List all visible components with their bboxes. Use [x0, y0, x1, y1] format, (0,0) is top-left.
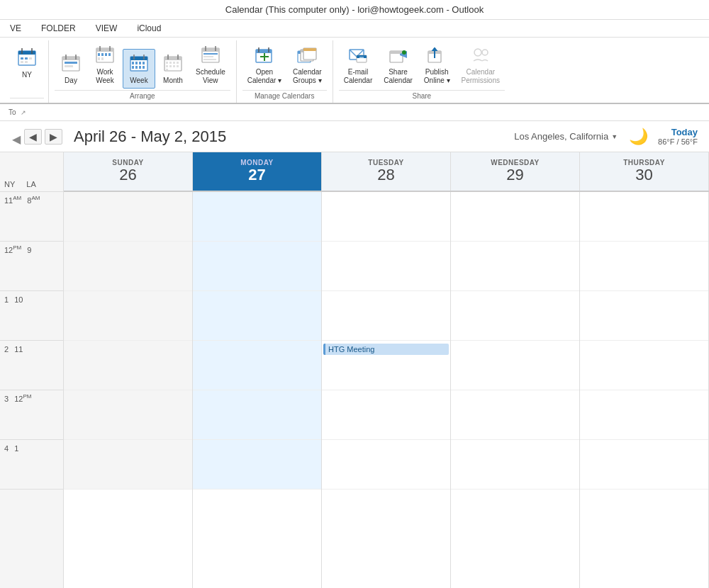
svg-rect-26: [130, 57, 147, 60]
time-column: NY LA 11AM 8AM 12PM 9 1 10 2 11 3 12PM 4…: [0, 152, 64, 588]
day-cell[interactable]: [580, 341, 708, 390]
event-htgmeeting[interactable]: HTG Meeting: [323, 344, 449, 355]
next7days-icon: [16, 47, 38, 69]
days-header: SUNDAY 26 MONDAY 27 TUESDAY 28 WEDNESDAY…: [64, 152, 709, 192]
calendargroups-button[interactable]: CalendarGroups ▾: [288, 40, 327, 89]
day-cell[interactable]: [193, 291, 321, 341]
time-la: 1: [14, 443, 18, 453]
next7days-button[interactable]: NY: [10, 43, 44, 83]
day-header-tuesday[interactable]: TUESDAY 28: [322, 152, 451, 191]
day-cell[interactable]: [64, 390, 192, 440]
menu-folder[interactable]: FOLDER: [37, 21, 80, 35]
calendarpermissions-icon: [469, 44, 492, 67]
day-cell[interactable]: [64, 192, 192, 242]
svg-rect-34: [135, 66, 138, 69]
ribbon-section-arrange: Day Work: [49, 40, 237, 103]
nav-launcher[interactable]: ↗: [21, 109, 26, 116]
day-cell[interactable]: [451, 440, 579, 490]
day-header-wednesday[interactable]: WEDNESDAY 29: [451, 152, 580, 191]
today-label[interactable]: Today: [658, 127, 698, 137]
ribbon-section-label-next: [10, 98, 44, 103]
day-cell[interactable]: [451, 390, 579, 440]
svg-rect-43: [173, 62, 175, 64]
svg-rect-8: [25, 61, 28, 63]
weather-widget: 🌙 Today 86°F / 56°F: [629, 127, 698, 146]
day-cell[interactable]: [580, 242, 708, 291]
day-col-monday: [193, 192, 322, 588]
day-cell[interactable]: [580, 440, 708, 490]
opencalendar-button[interactable]: OpenCalendar ▾: [242, 40, 286, 89]
day-cell[interactable]: [193, 242, 321, 291]
ribbon: NY Day: [0, 38, 709, 104]
menu-ve[interactable]: VE: [6, 21, 26, 35]
day-cell[interactable]: [580, 291, 708, 341]
time-ny: 11AM: [4, 195, 21, 205]
days-area: SUNDAY 26 MONDAY 27 TUESDAY 28 WEDNESDAY…: [64, 152, 709, 588]
workweek-icon: [94, 44, 116, 67]
scheduleview-button[interactable]: ScheduleView: [191, 40, 230, 89]
collapse-strip[interactable]: ◀: [11, 127, 21, 146]
day-cell[interactable]: [193, 192, 321, 242]
calendarpermissions-button[interactable]: CalendarPermissions: [457, 40, 505, 89]
ribbon-section-manage: OpenCalendar ▾ CalendarGroups ▾ Manage C…: [237, 40, 333, 103]
day-col-thursday: [580, 192, 709, 588]
svg-rect-38: [164, 57, 182, 60]
day-cell[interactable]: [451, 192, 579, 242]
day-cell[interactable]: [322, 390, 450, 440]
svg-rect-42: [169, 62, 172, 64]
publishonline-icon: [425, 44, 448, 67]
day-cell[interactable]: [64, 242, 192, 291]
calendar-header: ◀ ◀ ▶ April 26 - May 2, 2015 Los Angeles…: [0, 121, 709, 152]
calendar-main: ◀ ◀ ▶ April 26 - May 2, 2015 Los Angeles…: [0, 121, 709, 588]
time-slot: 11AM 8AM: [0, 192, 63, 242]
day-cell[interactable]: [580, 390, 708, 440]
day-cell[interactable]: [451, 341, 579, 390]
workweek-button[interactable]: WorkWeek: [89, 40, 121, 89]
day-cell[interactable]: [64, 440, 192, 490]
day-header-monday[interactable]: MONDAY 27: [193, 152, 322, 191]
day-cell[interactable]: [64, 341, 192, 390]
location-dropdown[interactable]: Los Angeles, California ▼: [514, 131, 618, 142]
time-ny: 1: [4, 294, 9, 304]
day-num: 29: [506, 166, 523, 183]
day-header-thursday[interactable]: THURSDAY 30: [580, 152, 709, 191]
prev-week-button[interactable]: ◀: [24, 129, 42, 145]
day-cell[interactable]: [193, 341, 321, 390]
today-area: Today 86°F / 56°F: [658, 127, 698, 146]
day-cell[interactable]: [322, 192, 450, 242]
week-button[interactable]: Week: [123, 49, 155, 89]
day-button[interactable]: Day: [55, 49, 87, 89]
sharecalendar-label: ShareCalendar: [384, 68, 413, 85]
day-cell[interactable]: HTG Meeting: [322, 341, 450, 390]
title-text: Calendar (This computer only) - lori@how…: [225, 4, 484, 15]
time-slot: 1 10: [0, 291, 63, 341]
svg-rect-51: [202, 48, 219, 52]
share-section-label: Share: [339, 90, 505, 103]
day-cell[interactable]: [322, 440, 450, 490]
svg-rect-56: [203, 59, 216, 60]
day-cell[interactable]: [451, 291, 579, 341]
publishonline-button[interactable]: PublishOnline ▾: [419, 40, 455, 89]
time-slot: 4 1: [0, 440, 63, 490]
calendargroups-label: CalendarGroups ▾: [293, 68, 322, 85]
emailcalendar-button[interactable]: E-mailCalendar: [339, 40, 378, 89]
day-cell[interactable]: [193, 440, 321, 490]
day-header-sunday[interactable]: SUNDAY 26: [64, 152, 193, 191]
next-week-button[interactable]: ▶: [45, 129, 62, 145]
month-button[interactable]: Month: [157, 49, 189, 89]
day-cell[interactable]: [193, 390, 321, 440]
svg-rect-1: [18, 51, 35, 55]
nav-to[interactable]: To: [6, 108, 19, 117]
day-cell[interactable]: [322, 242, 450, 291]
menu-view[interactable]: VIEW: [91, 21, 122, 35]
svg-rect-54: [203, 53, 218, 55]
svg-rect-45: [166, 65, 168, 67]
day-cell[interactable]: [322, 291, 450, 341]
sharecalendar-button[interactable]: ShareCalendar: [379, 40, 418, 89]
time-ny: 12PM: [4, 244, 21, 254]
menu-icloud[interactable]: iCloud: [133, 21, 165, 35]
day-cell[interactable]: [451, 242, 579, 291]
day-cell[interactable]: [64, 291, 192, 341]
day-cell[interactable]: [580, 192, 708, 242]
title-bar: Calendar (This computer only) - lori@how…: [0, 0, 709, 20]
